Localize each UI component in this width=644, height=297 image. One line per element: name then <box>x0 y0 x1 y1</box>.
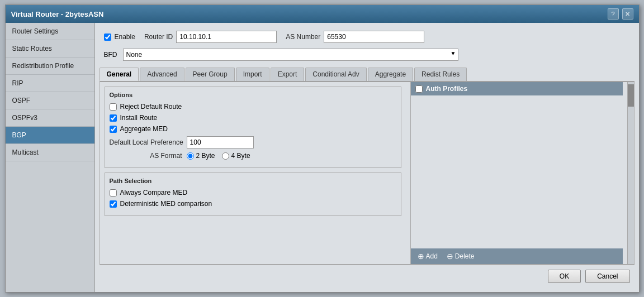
main-layout: Router Settings Static Routes Redistribu… <box>6 23 639 292</box>
window-title: Virtual Router - 2bytesASN <box>11 10 104 18</box>
default-local-pref-input[interactable] <box>187 136 254 148</box>
as-format-2byte-row: 2 Byte <box>187 152 215 160</box>
auth-profiles-header-checkbox[interactable] <box>415 85 423 93</box>
always-compare-med-checkbox[interactable] <box>110 189 117 197</box>
close-button[interactable]: ✕ <box>622 8 633 20</box>
sidebar-item-bgp[interactable]: BGP <box>6 127 94 144</box>
add-icon: ⊕ <box>418 252 424 261</box>
as-format-4byte-radio[interactable] <box>222 152 229 160</box>
enable-label: Enable <box>115 33 135 41</box>
as-format-row: AS Format 2 Byte 4 Byte <box>110 152 396 160</box>
tabs: General Advanced Peer Group Import Expor… <box>100 68 634 82</box>
auth-profiles-panel: Auth Profiles ⊕ Add ⊖ Delete <box>410 82 623 264</box>
bfd-select-wrap: None <box>123 49 458 61</box>
sidebar: Router Settings Static Routes Redistribu… <box>6 23 95 292</box>
install-route-label: Install Route <box>120 114 158 122</box>
auth-delete-button[interactable]: ⊖ Delete <box>444 251 477 262</box>
always-compare-med-label: Always Compare MED <box>120 189 188 197</box>
as-format-2byte-radio[interactable] <box>187 152 194 160</box>
sidebar-item-router-settings[interactable]: Router Settings <box>6 23 94 40</box>
delete-icon: ⊖ <box>447 252 453 261</box>
sidebar-item-rip[interactable]: RIP <box>6 75 94 92</box>
default-local-pref-row: Default Local Preference <box>110 136 396 148</box>
auth-profiles-title: Auth Profiles <box>426 85 468 93</box>
deterministic-med-label: Deterministic MED comparison <box>120 200 212 208</box>
auth-add-label: Add <box>426 252 438 260</box>
tab-import[interactable]: Import <box>236 68 269 81</box>
router-id-label: Router ID <box>144 33 173 41</box>
router-id-row: Router ID <box>144 31 277 43</box>
auth-add-button[interactable]: ⊕ Add <box>415 251 440 262</box>
install-route-row: Install Route <box>110 114 396 122</box>
title-bar-controls: ? ✕ <box>608 8 633 20</box>
options-panel: Options Reject Default Route Install Rou… <box>100 82 406 264</box>
enable-row: Enable <box>104 33 135 41</box>
aggregate-med-checkbox[interactable] <box>110 126 117 133</box>
help-button[interactable]: ? <box>608 8 619 20</box>
content-area: Enable Router ID AS Number BFD None <box>95 23 639 292</box>
bfd-row: BFD None <box>100 49 634 63</box>
default-local-pref-label: Default Local Preference <box>110 138 183 146</box>
top-form: Enable Router ID AS Number <box>100 27 634 46</box>
reject-default-route-label: Reject Default Route <box>120 103 182 111</box>
cancel-button[interactable]: Cancel <box>585 270 629 283</box>
path-selection-section: Path Selection Always Compare MED Determ… <box>105 173 401 216</box>
as-format-radio-group: 2 Byte 4 Byte <box>187 152 250 160</box>
reject-default-route-checkbox[interactable] <box>110 103 117 111</box>
path-selection-title: Path Selection <box>110 178 396 184</box>
sidebar-item-redistribution-profile[interactable]: Redistribution Profile <box>6 58 94 75</box>
as-number-row: AS Number <box>286 31 424 43</box>
sidebar-item-ospfv3[interactable]: OSPFv3 <box>6 109 94 127</box>
tab-redist-rules[interactable]: Redist Rules <box>414 68 467 81</box>
main-window: Virtual Router - 2bytesASN ? ✕ Router Se… <box>5 4 640 293</box>
as-format-4byte-row: 4 Byte <box>222 152 250 160</box>
reject-default-route-row: Reject Default Route <box>110 103 396 111</box>
scrollbar[interactable] <box>627 82 634 264</box>
title-bar: Virtual Router - 2bytesASN ? ✕ <box>6 5 639 23</box>
aggregate-med-label: Aggregate MED <box>120 125 168 133</box>
tab-conditional-adv[interactable]: Conditional Adv <box>305 68 366 81</box>
footer: OK Cancel <box>100 265 634 288</box>
as-format-2byte-label: 2 Byte <box>196 152 215 160</box>
auth-profiles-footer: ⊕ Add ⊖ Delete <box>411 248 623 264</box>
as-number-input[interactable] <box>324 31 424 43</box>
as-number-label: AS Number <box>286 33 320 41</box>
sidebar-item-static-routes[interactable]: Static Routes <box>6 40 94 58</box>
auth-profiles-body <box>411 95 623 248</box>
tab-content: Options Reject Default Route Install Rou… <box>100 82 634 265</box>
deterministic-med-checkbox[interactable] <box>110 200 117 208</box>
tab-peer-group[interactable]: Peer Group <box>186 68 235 81</box>
enable-checkbox[interactable] <box>104 33 111 41</box>
tab-export[interactable]: Export <box>271 68 305 81</box>
as-format-4byte-label: 4 Byte <box>231 152 250 160</box>
always-compare-med-row: Always Compare MED <box>110 189 396 197</box>
as-format-label: AS Format <box>110 152 182 160</box>
bfd-select[interactable]: None <box>123 49 458 61</box>
bfd-label: BFD <box>104 51 117 59</box>
tab-general[interactable]: General <box>100 68 139 81</box>
ok-button[interactable]: OK <box>548 270 581 283</box>
options-section-title: Options <box>110 92 396 98</box>
install-route-checkbox[interactable] <box>110 114 117 122</box>
sidebar-item-ospf[interactable]: OSPF <box>6 92 94 109</box>
router-id-input[interactable] <box>176 31 277 43</box>
tab-advanced[interactable]: Advanced <box>140 68 184 81</box>
auth-profiles-header: Auth Profiles <box>411 82 623 95</box>
scrollbar-thumb[interactable] <box>628 84 634 107</box>
auth-delete-label: Delete <box>455 252 475 260</box>
sidebar-item-multicast[interactable]: Multicast <box>6 144 94 161</box>
tab-aggregate[interactable]: Aggregate <box>368 68 413 81</box>
deterministic-med-row: Deterministic MED comparison <box>110 200 396 208</box>
options-section: Options Reject Default Route Install Rou… <box>105 87 401 168</box>
aggregate-med-row: Aggregate MED <box>110 125 396 133</box>
